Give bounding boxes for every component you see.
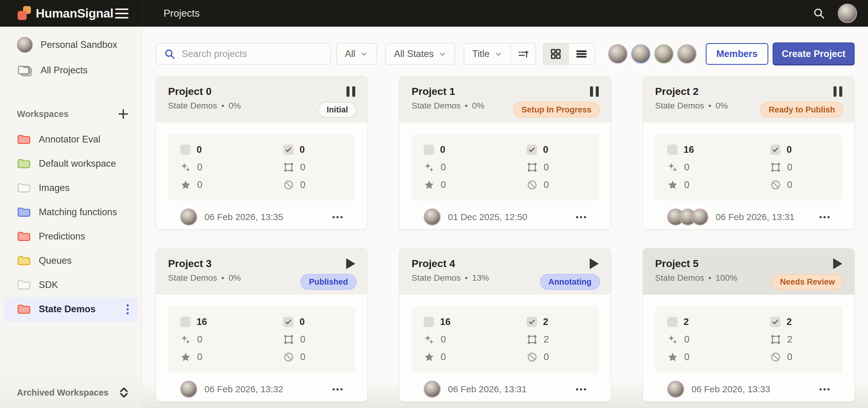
stat-reviews: 0	[667, 349, 770, 365]
subtitle-separator: •	[465, 101, 468, 111]
workspace-name: Annotator Eval	[39, 134, 130, 145]
project-menu-button[interactable]	[332, 214, 343, 221]
filter-states-dropdown[interactable]: All States	[385, 43, 455, 65]
project-card-footer: 06 Feb 2026, 13:32	[168, 378, 355, 400]
project-state-control[interactable]	[346, 258, 355, 270]
sort-direction-button[interactable]	[510, 43, 536, 64]
workspace-menu-button[interactable]	[125, 303, 130, 316]
workspace-name: Images	[39, 182, 130, 194]
avatar	[667, 381, 684, 398]
sidebar-item-personal-sandbox[interactable]: Personal Sandbox	[0, 32, 142, 58]
sidebar-workspace-item[interactable]: State Demos	[4, 297, 138, 321]
personal-sandbox-avatar	[17, 37, 33, 53]
stat-reviews: 0	[180, 349, 283, 365]
workspace-name: Queues	[39, 255, 130, 266]
stat-completed: 0	[283, 142, 343, 157]
sidebar-workspace-item[interactable]: Predictions	[4, 224, 138, 249]
project-state-control[interactable]	[590, 86, 599, 97]
all-projects-label: All Projects	[40, 65, 88, 76]
project-state-control[interactable]	[590, 258, 599, 270]
sidebar-workspace-item[interactable]: Matching functions	[4, 200, 138, 224]
sparkles-icon	[667, 334, 678, 345]
project-state-control[interactable]	[834, 86, 842, 97]
ban-icon	[283, 352, 294, 362]
workspace-name: State Demos	[39, 304, 118, 315]
sidebar-item-all-projects[interactable]: All Projects	[0, 58, 142, 83]
project-card-footer: 06 Feb 2026, 13:35	[168, 206, 355, 228]
sidebar-workspace-item[interactable]: Images	[4, 176, 138, 200]
app-window: HumanSignal Projects Personal Sandbox	[0, 0, 868, 408]
tasks-icon	[424, 317, 434, 327]
chevron-down-icon	[495, 50, 502, 58]
sidebar-workspace-item[interactable]: Annotator Eval	[4, 127, 138, 151]
folder-icon	[17, 158, 31, 170]
workspace-name: Default workspace	[39, 158, 130, 169]
humansignal-logo-icon	[17, 6, 31, 21]
project-menu-button[interactable]	[819, 214, 830, 221]
completed-check-icon	[283, 145, 293, 155]
page-title: Projects	[142, 7, 199, 19]
archived-workspaces-toggle[interactable]: Archived Workspaces	[0, 377, 142, 408]
bounding-box-icon	[770, 162, 781, 173]
stat-reviews: 0	[424, 349, 527, 365]
project-status-badge: Published	[301, 274, 356, 290]
search-icon[interactable]	[812, 7, 826, 20]
project-card[interactable]: Project 4 State Demos • 13% Annotating 1…	[399, 248, 611, 402]
project-card[interactable]: Project 5 State Demos • 100% Needs Revie…	[643, 248, 855, 402]
project-card[interactable]: Project 1 State Demos • 0% Setup In Prog…	[399, 76, 611, 230]
members-button[interactable]: Members	[706, 43, 768, 65]
avatar[interactable]	[677, 44, 696, 64]
stat-reviews: 0	[424, 177, 527, 193]
grid-view-button[interactable]	[543, 43, 569, 64]
avatar[interactable]	[608, 44, 627, 64]
ban-icon	[527, 179, 537, 191]
project-menu-button[interactable]	[819, 386, 830, 393]
star-icon	[180, 179, 191, 191]
tasks-icon	[667, 145, 678, 155]
project-workspace: State Demos	[411, 101, 461, 111]
stat-regions: 0	[283, 331, 343, 347]
project-card[interactable]: Project 2 State Demos • 0% Ready to Publ…	[643, 76, 855, 230]
stat-tasks: 2	[667, 314, 770, 330]
project-menu-button[interactable]	[576, 214, 587, 221]
tasks-icon	[667, 317, 678, 327]
avatar[interactable]	[631, 44, 651, 64]
add-workspace-button[interactable]	[117, 107, 130, 121]
menu-toggle-button[interactable]	[113, 7, 130, 20]
project-card[interactable]: Project 0 State Demos • 0% Initial 0	[156, 76, 368, 230]
filter-all-dropdown[interactable]: All	[336, 43, 377, 65]
list-view-icon	[576, 48, 588, 60]
project-card-header: Project 3 State Demos • 0% Published	[156, 249, 367, 295]
play-icon	[346, 258, 355, 269]
project-state-control[interactable]	[833, 258, 842, 270]
project-stats: 16 0 0	[655, 134, 842, 201]
pause-icon	[834, 86, 842, 97]
subtitle-separator: •	[708, 101, 711, 111]
sort-by-dropdown[interactable]: Title	[464, 43, 510, 64]
sidebar-workspace-item[interactable]: Queues	[4, 249, 138, 273]
project-state-control[interactable]	[346, 86, 355, 97]
sidebar-workspace-item[interactable]: SDK	[4, 273, 138, 297]
avatar[interactable]	[654, 44, 674, 64]
workspace-list: Annotator Eval Default workspace Images …	[0, 127, 142, 321]
star-icon	[424, 352, 435, 362]
brand-logo[interactable]: HumanSignal	[17, 6, 113, 21]
stat-predictions: 0	[180, 331, 283, 347]
folder-icon	[17, 231, 31, 242]
list-view-button[interactable]	[569, 43, 594, 64]
project-menu-button[interactable]	[576, 386, 587, 393]
create-project-button[interactable]: Create Project	[773, 42, 855, 65]
subtitle-separator: •	[221, 101, 224, 111]
avatar	[424, 208, 441, 226]
play-icon	[833, 258, 842, 269]
project-menu-button[interactable]	[332, 386, 343, 393]
project-progress-percent: 0%	[229, 273, 241, 283]
sidebar-workspace-item[interactable]: Default workspace	[4, 151, 138, 176]
topbar: HumanSignal Projects	[0, 0, 868, 27]
project-card-body: 0 0 0	[400, 122, 611, 228]
search-projects-input[interactable]	[182, 49, 323, 59]
avatar	[180, 381, 197, 398]
project-card[interactable]: Project 3 State Demos • 0% Published 16	[156, 248, 368, 402]
user-avatar[interactable]	[838, 4, 857, 23]
project-card-header: Project 2 State Demos • 0% Ready to Publ…	[643, 77, 855, 122]
